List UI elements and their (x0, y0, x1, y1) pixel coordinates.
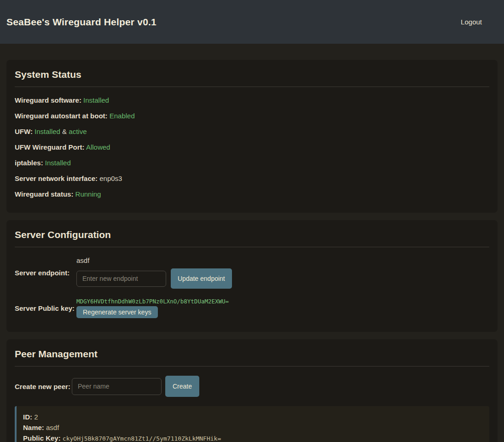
status-row-ufw-port: UFW Wireguard Port: Allowed (15, 143, 489, 151)
system-status-card: System Status Wireguard software: Instal… (6, 60, 498, 213)
regenerate-server-keys-button[interactable]: Regenerate server keys (76, 306, 158, 318)
status-value: Installed (83, 96, 109, 104)
status-row-ufw: UFW: Installed & active (15, 128, 489, 135)
endpoint-input[interactable] (76, 271, 166, 287)
peer-public-key-value: ckyOHj5Bk8707gAYmcn81Zt1//5ym7110ZkLkMNF… (63, 435, 221, 442)
divider (15, 366, 489, 366)
status-row-wireguard-status: Wireguard status: Running (15, 190, 489, 198)
create-peer-row: Create new peer: Create (15, 376, 489, 397)
divider (15, 87, 489, 87)
peer-name-label: Name: (23, 424, 44, 431)
app-title: SeaBee's Wireguard Helper v0.1 (6, 17, 156, 28)
divider (15, 247, 489, 247)
create-peer-label: Create new peer: (15, 383, 72, 390)
peer-name-input[interactable] (72, 378, 162, 395)
peer-id-line: ID: 2 (23, 413, 481, 421)
logout-link[interactable]: Logout (461, 18, 482, 26)
status-row-network-interface: Server network interface: enp0s3 (15, 174, 489, 182)
status-separator: & (62, 128, 67, 135)
peer-card: ID: 2 Name: asdf Public Key: ckyOHj5Bk87… (15, 406, 489, 442)
server-endpoint-row: Server endpoint: asdf Update endpoint (15, 256, 489, 289)
status-label: UFW Wireguard Port: (15, 143, 85, 151)
server-public-key-label: Server Public key: (15, 304, 76, 312)
status-value: Installed (45, 159, 71, 167)
server-public-key-value: MDGY6HVDtfhnDdhW0zLb7PNz0LXnO/b8YtDUaM2E… (76, 298, 229, 305)
update-endpoint-button[interactable]: Update endpoint (171, 268, 232, 289)
peer-id-label: ID: (23, 413, 32, 421)
status-value: Allowed (86, 143, 110, 151)
peer-public-key-label: Public Key: (23, 434, 61, 442)
peer-id-value: 2 (34, 413, 38, 421)
peer-management-title: Peer Management (15, 349, 489, 360)
server-configuration-card: Server Configuration Server endpoint: as… (6, 220, 498, 332)
main-content: System Status Wireguard software: Instal… (0, 44, 504, 442)
status-value: Installed (35, 128, 60, 135)
status-label: iptables: (15, 159, 43, 167)
status-row-autostart: Wireguard autostart at boot: Enabled (15, 112, 489, 120)
status-label: Wireguard status: (15, 190, 73, 198)
peer-public-key-line: Public Key: ckyOHj5Bk8707gAYmcn81Zt1//5y… (23, 434, 481, 442)
status-label: Wireguard autostart at boot: (15, 112, 108, 120)
server-endpoint-label: Server endpoint: (15, 269, 76, 277)
status-value: Running (75, 190, 101, 198)
peer-management-card: Peer Management Create new peer: Create … (6, 339, 498, 442)
status-label: Wireguard software: (15, 96, 81, 104)
status-row-iptables: iptables: Installed (15, 159, 489, 167)
current-endpoint-value: asdf (76, 256, 232, 264)
peer-name-line: Name: asdf (23, 424, 481, 431)
create-peer-button[interactable]: Create (165, 376, 199, 397)
status-label: Server network interface: (15, 174, 98, 182)
status-row-wireguard-software: Wireguard software: Installed (15, 96, 489, 104)
status-value: enp0s3 (99, 174, 122, 182)
system-status-title: System Status (15, 69, 489, 80)
peer-name-value: asdf (46, 424, 59, 431)
status-value-2: active (69, 128, 87, 135)
server-public-key-row: Server Public key: MDGY6HVDtfhnDdhW0zLb7… (15, 298, 489, 318)
server-configuration-title: Server Configuration (15, 229, 489, 240)
status-label: UFW: (15, 128, 33, 135)
app-header: SeaBee's Wireguard Helper v0.1 Logout (0, 0, 504, 44)
status-value: Enabled (110, 112, 135, 120)
